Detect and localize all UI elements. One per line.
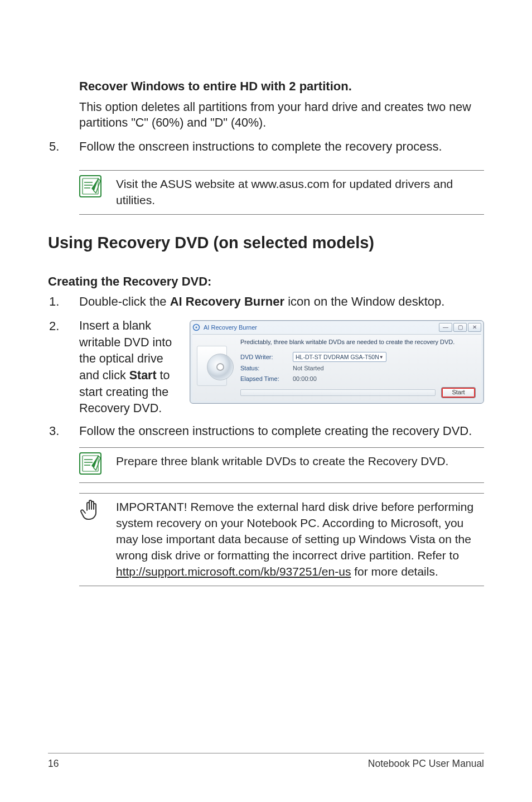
ai-recovery-burner-window: AI Recovery Burner — ▢ ✕ Predictably, th…: [190, 320, 484, 404]
select-value: HL-DT-ST DVDRAM GSA-T50N: [296, 353, 379, 361]
step-number: 3.: [48, 423, 79, 439]
chevron-down-icon: ▼: [379, 354, 384, 360]
manual-title: Notebook PC User Manual: [368, 758, 484, 770]
app-icon: [192, 323, 200, 331]
label-status: Status:: [240, 364, 287, 373]
link-microsoft-kb[interactable]: http://support.microsoft.com/kb/937251/e…: [116, 565, 351, 578]
important-notice: IMPORTANT! Remove the external hard disk…: [79, 493, 484, 586]
start-button[interactable]: Start: [441, 387, 476, 398]
text-fragment: icon on the Window desktop.: [284, 294, 444, 308]
text-bold-fragment: Start: [129, 369, 157, 382]
section-heading-recovery-dvd: Using Recovery DVD (on selected models): [48, 234, 484, 252]
text-fragment: for more details.: [351, 565, 438, 578]
step-text: Double-click the AI Recovery Burner icon…: [79, 293, 484, 310]
important-text: IMPORTANT! Remove the external hard disk…: [116, 498, 484, 580]
step-3: 3. Follow the onscreen instructions to c…: [48, 423, 484, 439]
text-fragment: IMPORTANT! Remove the external hard disk…: [116, 500, 473, 562]
step-text: Follow the onscreen instructions to comp…: [79, 138, 484, 155]
note-text: Visit the ASUS website at www.asus.com f…: [116, 175, 484, 209]
step-number: 2.: [48, 318, 79, 417]
step-text: Follow the onscreen instructions to comp…: [79, 423, 484, 439]
step-number: 1.: [48, 293, 79, 310]
close-button[interactable]: ✕: [468, 323, 481, 332]
svg-rect-1: [83, 178, 98, 194]
step-1: 1. Double-click the AI Recovery Burner i…: [48, 293, 484, 310]
dvd-writer-select[interactable]: HL-DT-ST DVDRAM GSA-T50N ▼: [293, 352, 386, 362]
option-title: Recover Windows to entire HD with 2 part…: [79, 78, 484, 95]
label-elapsed-time: Elapsed Time:: [240, 375, 287, 383]
step-5: 5. Follow the onscreen instructions to c…: [48, 138, 484, 155]
svg-point-6: [196, 327, 197, 328]
disc-graphic: [197, 346, 235, 386]
option-body: This option deletes all partitions from …: [79, 99, 484, 131]
minimize-button[interactable]: —: [439, 323, 452, 332]
label-dvd-writer: DVD Writer:: [240, 353, 287, 361]
note-icon: [79, 452, 106, 477]
page-number: 16: [48, 758, 59, 770]
step-text: Insert a blank writable DVD into the opt…: [79, 318, 178, 417]
note-prepare-dvds: Prepare three blank writable DVDs to cre…: [79, 447, 484, 483]
important-icon: [79, 498, 106, 525]
text-fragment: Double-click the: [79, 294, 170, 308]
note-text: Prepare three blank writable DVDs to cre…: [116, 452, 448, 470]
value-status: Not Started: [293, 364, 476, 373]
svg-rect-8: [83, 456, 98, 471]
window-title: AI Recovery Burner: [204, 323, 257, 332]
value-elapsed-time: 00:00:00: [293, 375, 476, 383]
text-bold-fragment: AI Recovery Burner: [170, 294, 284, 308]
progress-bar: [240, 389, 436, 396]
maximize-button[interactable]: ▢: [453, 323, 467, 332]
note-icon: [79, 175, 106, 200]
step-2: 2. Insert a blank writable DVD into the …: [48, 318, 484, 417]
subheading-creating-dvd: Creating the Recovery DVD:: [48, 274, 484, 289]
page-footer: 16 Notebook PC User Manual: [48, 753, 484, 770]
window-titlebar: AI Recovery Burner — ▢ ✕: [190, 321, 483, 334]
window-message: Predictably, three blank writable DVDs a…: [240, 338, 476, 346]
note-visit-asus: Visit the ASUS website at www.asus.com f…: [79, 170, 484, 215]
step-number: 5.: [48, 138, 79, 155]
